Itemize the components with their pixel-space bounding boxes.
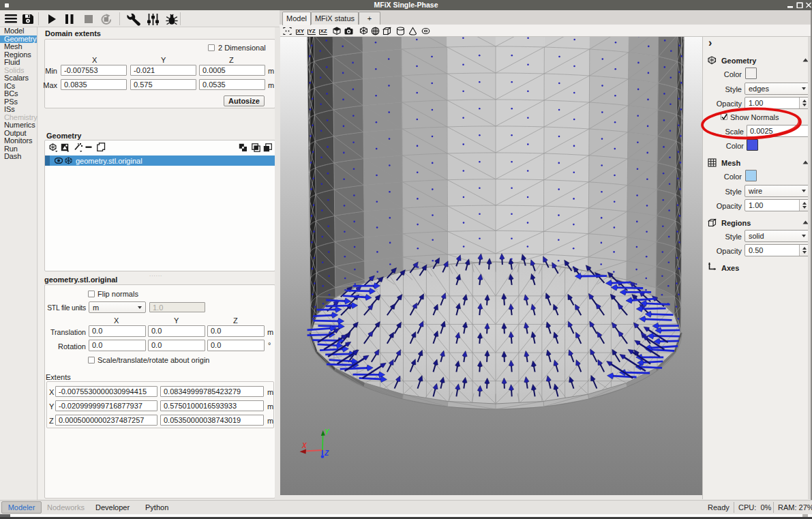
- svg-text:XY: XY: [297, 28, 305, 34]
- svg-text:X: X: [301, 442, 307, 449]
- svg-text:XZ: XZ: [320, 28, 327, 34]
- svg-text:Z: Z: [324, 449, 329, 457]
- svg-text:YZ: YZ: [309, 28, 316, 34]
